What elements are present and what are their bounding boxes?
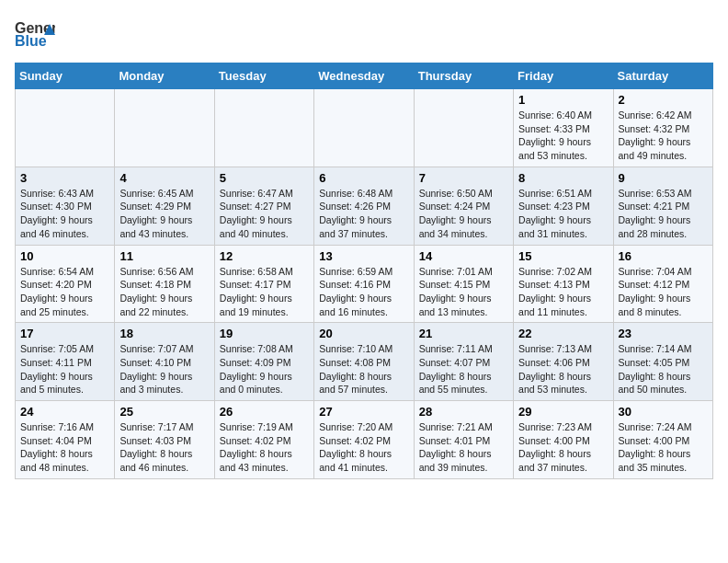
weekday-header-row: SundayMondayTuesdayWednesdayThursdayFrid…	[16, 63, 713, 89]
weekday-header-wednesday: Wednesday	[314, 63, 414, 89]
day-number: 2	[619, 93, 708, 107]
day-info: Sunrise: 7:23 AMSunset: 4:00 PMDaylight:…	[518, 420, 608, 475]
day-info: Sunrise: 6:47 AMSunset: 4:27 PMDaylight:…	[220, 187, 309, 241]
calendar-cell	[115, 89, 214, 167]
logo-icon: General Blue	[15, 15, 55, 55]
day-info: Sunrise: 6:42 AMSunset: 4:32 PMDaylight:…	[619, 109, 708, 163]
day-info: Sunrise: 7:01 AMSunset: 4:15 PMDaylight:…	[419, 265, 508, 319]
day-number: 24	[20, 405, 109, 419]
day-info: Sunrise: 6:43 AMSunset: 4:30 PMDaylight:…	[20, 187, 109, 241]
calendar-cell: 9Sunrise: 6:53 AMSunset: 4:21 PMDaylight…	[613, 167, 712, 245]
calendar-cell: 24Sunrise: 7:16 AMSunset: 4:04 PMDayligh…	[16, 401, 115, 479]
calendar-cell: 5Sunrise: 6:47 AMSunset: 4:27 PMDaylight…	[214, 167, 313, 245]
week-row-5: 24Sunrise: 7:16 AMSunset: 4:04 PMDayligh…	[16, 401, 713, 479]
calendar-cell: 4Sunrise: 6:45 AMSunset: 4:29 PMDaylight…	[115, 167, 214, 245]
calendar-cell: 21Sunrise: 7:11 AMSunset: 4:07 PMDayligh…	[414, 323, 513, 401]
day-number: 26	[220, 405, 309, 419]
day-info: Sunrise: 6:45 AMSunset: 4:29 PMDaylight:…	[119, 187, 209, 241]
day-info: Sunrise: 7:11 AMSunset: 4:07 PMDaylight:…	[419, 342, 508, 396]
day-number: 11	[119, 249, 209, 263]
calendar-cell	[414, 89, 513, 167]
calendar-table: SundayMondayTuesdayWednesdayThursdayFrid…	[15, 63, 713, 479]
day-number: 23	[619, 327, 708, 340]
day-info: Sunrise: 7:02 AMSunset: 4:13 PMDaylight:…	[518, 265, 608, 319]
calendar-cell: 15Sunrise: 7:02 AMSunset: 4:13 PMDayligh…	[514, 245, 613, 323]
day-info: Sunrise: 7:07 AMSunset: 4:10 PMDaylight:…	[119, 342, 209, 396]
weekday-header-sunday: Sunday	[16, 63, 115, 89]
calendar-cell: 27Sunrise: 7:20 AMSunset: 4:02 PMDayligh…	[314, 401, 414, 479]
day-info: Sunrise: 7:08 AMSunset: 4:09 PMDaylight:…	[220, 342, 309, 396]
day-number: 25	[119, 405, 209, 419]
calendar-cell: 20Sunrise: 7:10 AMSunset: 4:08 PMDayligh…	[314, 323, 414, 401]
weekday-header-monday: Monday	[115, 63, 214, 89]
day-number: 7	[419, 171, 508, 185]
calendar-cell: 2Sunrise: 6:42 AMSunset: 4:32 PMDaylight…	[613, 89, 712, 167]
day-number: 17	[20, 327, 109, 340]
week-row-2: 3Sunrise: 6:43 AMSunset: 4:30 PMDaylight…	[16, 167, 713, 245]
calendar-cell: 8Sunrise: 6:51 AMSunset: 4:23 PMDaylight…	[514, 167, 613, 245]
day-number: 6	[319, 171, 408, 185]
calendar-cell: 12Sunrise: 6:58 AMSunset: 4:17 PMDayligh…	[214, 245, 313, 323]
calendar-cell: 30Sunrise: 7:24 AMSunset: 4:00 PMDayligh…	[613, 401, 712, 479]
header: General Blue	[15, 15, 713, 55]
calendar-cell: 11Sunrise: 6:56 AMSunset: 4:18 PMDayligh…	[115, 245, 214, 323]
calendar-cell	[16, 89, 115, 167]
day-info: Sunrise: 6:48 AMSunset: 4:26 PMDaylight:…	[319, 187, 408, 241]
day-number: 16	[619, 249, 708, 263]
day-info: Sunrise: 6:51 AMSunset: 4:23 PMDaylight:…	[518, 187, 608, 241]
day-number: 21	[419, 327, 508, 340]
calendar-cell: 10Sunrise: 6:54 AMSunset: 4:20 PMDayligh…	[16, 245, 115, 323]
day-info: Sunrise: 6:40 AMSunset: 4:33 PMDaylight:…	[518, 109, 608, 163]
day-info: Sunrise: 7:14 AMSunset: 4:05 PMDaylight:…	[619, 342, 708, 396]
calendar-cell: 14Sunrise: 7:01 AMSunset: 4:15 PMDayligh…	[414, 245, 513, 323]
day-info: Sunrise: 7:24 AMSunset: 4:00 PMDaylight:…	[619, 420, 708, 475]
week-row-4: 17Sunrise: 7:05 AMSunset: 4:11 PMDayligh…	[16, 323, 713, 401]
calendar-cell: 16Sunrise: 7:04 AMSunset: 4:12 PMDayligh…	[613, 245, 712, 323]
day-info: Sunrise: 6:58 AMSunset: 4:17 PMDaylight:…	[220, 265, 309, 319]
day-info: Sunrise: 7:21 AMSunset: 4:01 PMDaylight:…	[419, 420, 508, 475]
calendar-cell: 28Sunrise: 7:21 AMSunset: 4:01 PMDayligh…	[414, 401, 513, 479]
calendar-cell: 17Sunrise: 7:05 AMSunset: 4:11 PMDayligh…	[16, 323, 115, 401]
day-info: Sunrise: 6:56 AMSunset: 4:18 PMDaylight:…	[119, 265, 209, 319]
day-number: 3	[20, 171, 109, 185]
week-row-3: 10Sunrise: 6:54 AMSunset: 4:20 PMDayligh…	[16, 245, 713, 323]
day-info: Sunrise: 7:20 AMSunset: 4:02 PMDaylight:…	[319, 420, 408, 475]
day-info: Sunrise: 7:10 AMSunset: 4:08 PMDaylight:…	[319, 342, 408, 396]
day-number: 19	[220, 327, 309, 340]
day-info: Sunrise: 7:17 AMSunset: 4:03 PMDaylight:…	[119, 420, 209, 475]
weekday-header-saturday: Saturday	[613, 63, 712, 89]
day-number: 18	[119, 327, 209, 340]
calendar-cell: 7Sunrise: 6:50 AMSunset: 4:24 PMDaylight…	[414, 167, 513, 245]
calendar-cell: 25Sunrise: 7:17 AMSunset: 4:03 PMDayligh…	[115, 401, 214, 479]
calendar-cell: 22Sunrise: 7:13 AMSunset: 4:06 PMDayligh…	[514, 323, 613, 401]
day-number: 28	[419, 405, 508, 419]
day-info: Sunrise: 7:19 AMSunset: 4:02 PMDaylight:…	[220, 420, 309, 475]
day-info: Sunrise: 7:05 AMSunset: 4:11 PMDaylight:…	[20, 342, 109, 396]
weekday-header-thursday: Thursday	[414, 63, 513, 89]
calendar-cell: 26Sunrise: 7:19 AMSunset: 4:02 PMDayligh…	[214, 401, 313, 479]
calendar-cell: 29Sunrise: 7:23 AMSunset: 4:00 PMDayligh…	[514, 401, 613, 479]
day-number: 13	[319, 249, 408, 263]
day-info: Sunrise: 6:53 AMSunset: 4:21 PMDaylight:…	[619, 187, 708, 241]
day-number: 12	[220, 249, 309, 263]
day-number: 15	[518, 249, 608, 263]
day-number: 4	[119, 171, 209, 185]
day-number: 9	[619, 171, 708, 185]
day-info: Sunrise: 6:59 AMSunset: 4:16 PMDaylight:…	[319, 265, 408, 319]
weekday-header-tuesday: Tuesday	[214, 63, 313, 89]
day-number: 8	[518, 171, 608, 185]
day-number: 30	[619, 405, 708, 419]
day-number: 29	[518, 405, 608, 419]
calendar-cell: 13Sunrise: 6:59 AMSunset: 4:16 PMDayligh…	[314, 245, 414, 323]
svg-text:Blue: Blue	[15, 33, 47, 49]
calendar-cell: 3Sunrise: 6:43 AMSunset: 4:30 PMDaylight…	[16, 167, 115, 245]
calendar-cell: 18Sunrise: 7:07 AMSunset: 4:10 PMDayligh…	[115, 323, 214, 401]
calendar-cell	[314, 89, 414, 167]
calendar-cell: 23Sunrise: 7:14 AMSunset: 4:05 PMDayligh…	[613, 323, 712, 401]
logo: General Blue	[15, 15, 55, 55]
calendar-cell	[214, 89, 313, 167]
week-row-1: 1Sunrise: 6:40 AMSunset: 4:33 PMDaylight…	[16, 89, 713, 167]
day-info: Sunrise: 7:13 AMSunset: 4:06 PMDaylight:…	[518, 342, 608, 396]
day-number: 10	[20, 249, 109, 263]
day-info: Sunrise: 7:16 AMSunset: 4:04 PMDaylight:…	[20, 420, 109, 475]
